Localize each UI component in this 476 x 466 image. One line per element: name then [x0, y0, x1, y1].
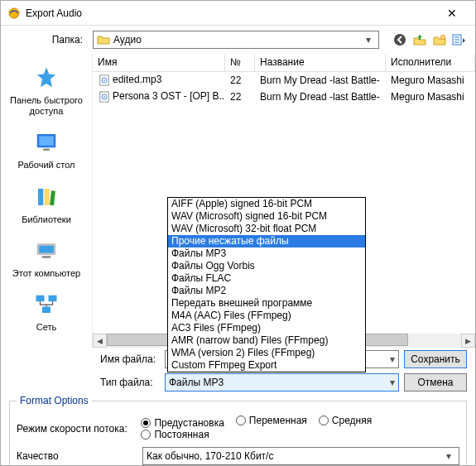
svg-rect-17	[49, 295, 57, 302]
svg-rect-11	[45, 189, 50, 205]
col-name[interactable]: Имя	[93, 54, 225, 71]
bitrate-radio[interactable]: Постоянная	[141, 429, 209, 440]
folder-combo[interactable]: Аудио ▾	[93, 31, 379, 49]
file-list[interactable]: Имя № Название Исполнители edited.mp322B…	[92, 54, 475, 348]
filetype-combo[interactable]: Файлы MP3 ▾	[165, 373, 399, 392]
folder-value: Аудио	[113, 34, 362, 46]
filetype-option[interactable]: Файлы Ogg Vorbis	[168, 260, 365, 272]
app-icon	[7, 7, 21, 20]
desktop-icon	[32, 128, 60, 156]
col-number[interactable]: №	[225, 54, 255, 71]
filetype-option[interactable]: WAV (Microsoft) 32-bit float PCM	[168, 223, 365, 235]
filetype-option[interactable]: Передать внешней программе	[168, 297, 365, 310]
folder-label: Папка:	[9, 34, 88, 46]
cancel-button[interactable]: Отмена	[404, 373, 467, 392]
network-icon	[32, 291, 60, 319]
views-icon[interactable]	[452, 32, 467, 47]
bitrate-mode-label: Режим скорости потока:	[17, 423, 131, 435]
places-bar: Панель быстрого доступа Рабочий стол Биб…	[1, 54, 92, 348]
radio-icon	[236, 416, 246, 425]
svg-rect-18	[42, 306, 50, 313]
bitrate-radio[interactable]: Средняя	[319, 415, 372, 426]
filetype-option[interactable]: AIFF (Apple) signed 16-bit PCM	[168, 198, 365, 210]
up-icon[interactable]	[412, 32, 427, 47]
quality-combo[interactable]: Как обычно, 170-210 Кбит/с ▾	[142, 447, 459, 465]
svg-rect-9	[43, 149, 50, 151]
col-title[interactable]: Название	[255, 54, 386, 71]
filetype-option[interactable]: M4A (AAC) Files (FFmpeg)	[168, 310, 365, 322]
place-libraries[interactable]: Библиотеки	[1, 183, 92, 225]
list-header[interactable]: Имя № Название Исполнители	[93, 54, 475, 72]
scroll-left-icon[interactable]: ◀	[93, 334, 107, 348]
radio-icon	[141, 430, 151, 440]
back-icon[interactable]	[392, 32, 407, 47]
window-title: Export Audio	[26, 7, 435, 19]
place-desktop[interactable]: Рабочий стол	[1, 128, 92, 171]
radio-icon	[319, 416, 329, 425]
svg-rect-8	[39, 137, 54, 146]
filetype-option[interactable]: Файлы FLAC	[168, 272, 365, 285]
chevron-down-icon: ▾	[387, 353, 395, 365]
filename-label: Имя файла:	[100, 353, 160, 365]
filetype-popup[interactable]: AIFF (Apple) signed 16-bit PCMWAV (Micro…	[167, 197, 366, 372]
filetype-label: Тип файла:	[100, 377, 160, 388]
place-quick-access[interactable]: Панель быстрого доступа	[1, 64, 92, 117]
filetype-option[interactable]: Прочие несжатые файлы	[168, 235, 365, 247]
format-legend: Format Options	[17, 395, 92, 406]
audio-file-icon	[98, 90, 111, 103]
svg-rect-12	[50, 190, 55, 205]
svg-rect-15	[42, 256, 50, 258]
close-button[interactable]: ✕	[435, 2, 469, 25]
folder-icon	[97, 33, 110, 46]
svg-point-1	[394, 34, 406, 46]
chevron-down-icon: ▾	[362, 34, 375, 46]
bitrate-radio[interactable]: Предустановка	[141, 417, 224, 429]
bitrate-radio[interactable]: Переменная	[236, 415, 307, 426]
libraries-icon	[32, 183, 60, 211]
filetype-option[interactable]: Файлы MP3	[168, 247, 365, 260]
quality-label: Качество	[17, 450, 132, 462]
svg-point-24	[103, 96, 105, 98]
svg-rect-14	[39, 246, 54, 253]
filetype-option[interactable]: Файлы MP2	[168, 285, 365, 297]
table-row[interactable]: Persona 3 OST - [OP] B...22Burn My Dread…	[93, 89, 475, 105]
col-artist[interactable]: Исполнители	[386, 54, 475, 71]
place-this-pc[interactable]: Этот компьютер	[1, 237, 92, 279]
computer-icon	[32, 237, 60, 265]
audio-file-icon	[98, 74, 111, 87]
svg-rect-16	[36, 295, 45, 302]
filetype-option[interactable]: AC3 Files (FFmpeg)	[168, 322, 365, 334]
chevron-down-icon: ▾	[387, 377, 395, 388]
scroll-right-icon[interactable]: ▶	[461, 334, 475, 348]
table-row[interactable]: edited.mp322Burn My Dread -last Battle-M…	[93, 72, 475, 89]
svg-rect-10	[38, 189, 43, 205]
filetype-option[interactable]: WAV (Microsoft) signed 16-bit PCM	[168, 210, 365, 223]
save-button[interactable]: Сохранить	[404, 350, 467, 368]
place-network[interactable]: Сеть	[1, 291, 92, 333]
radio-icon	[141, 418, 151, 428]
star-icon	[32, 64, 60, 92]
filetype-option[interactable]: Custom FFmpeg Export	[168, 359, 365, 372]
svg-point-21	[103, 79, 105, 81]
filetype-option[interactable]: WMA (version 2) Files (FFmpeg)	[168, 347, 365, 359]
chevron-down-icon: ▾	[442, 450, 455, 462]
new-folder-icon[interactable]	[432, 32, 447, 47]
filetype-option[interactable]: AMR (narrow band) Files (FFmpeg)	[168, 334, 365, 347]
